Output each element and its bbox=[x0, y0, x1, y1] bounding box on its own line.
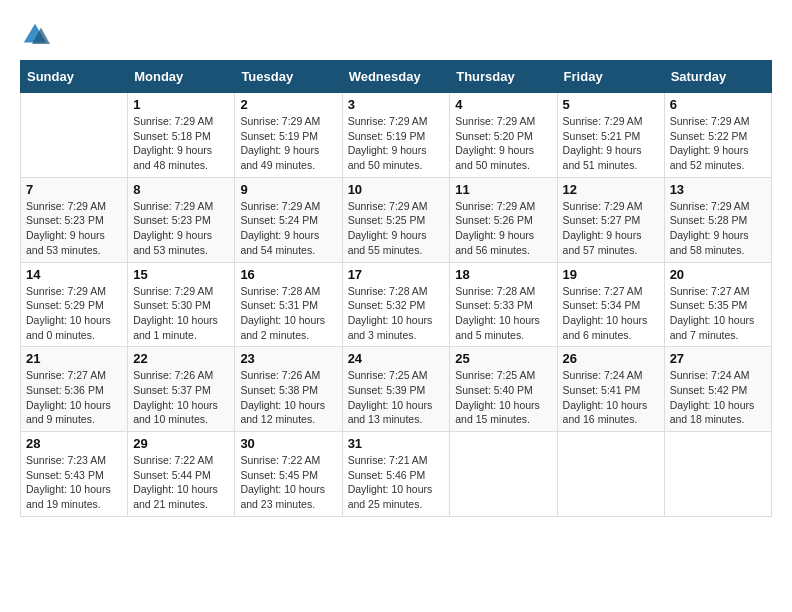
day-info: Sunrise: 7:21 AM Sunset: 5:46 PM Dayligh… bbox=[348, 453, 445, 512]
sunset: Sunset: 5:19 PM bbox=[348, 130, 426, 142]
calendar-cell: 16 Sunrise: 7:28 AM Sunset: 5:31 PM Dayl… bbox=[235, 262, 342, 347]
calendar-cell: 15 Sunrise: 7:29 AM Sunset: 5:30 PM Dayl… bbox=[128, 262, 235, 347]
calendar-cell: 29 Sunrise: 7:22 AM Sunset: 5:44 PM Dayl… bbox=[128, 432, 235, 517]
day-number: 23 bbox=[240, 351, 336, 366]
calendar-week-row: 1 Sunrise: 7:29 AM Sunset: 5:18 PM Dayli… bbox=[21, 93, 772, 178]
sunset: Sunset: 5:25 PM bbox=[348, 214, 426, 226]
day-info: Sunrise: 7:26 AM Sunset: 5:37 PM Dayligh… bbox=[133, 368, 229, 427]
day-number: 6 bbox=[670, 97, 766, 112]
daylight: Daylight: 10 hours and 5 minutes. bbox=[455, 314, 540, 341]
calendar-week-row: 14 Sunrise: 7:29 AM Sunset: 5:29 PM Dayl… bbox=[21, 262, 772, 347]
day-number: 15 bbox=[133, 267, 229, 282]
day-number: 16 bbox=[240, 267, 336, 282]
daylight: Daylight: 9 hours and 58 minutes. bbox=[670, 229, 749, 256]
calendar-cell: 27 Sunrise: 7:24 AM Sunset: 5:42 PM Dayl… bbox=[664, 347, 771, 432]
day-info: Sunrise: 7:27 AM Sunset: 5:36 PM Dayligh… bbox=[26, 368, 122, 427]
daylight: Daylight: 9 hours and 51 minutes. bbox=[563, 144, 642, 171]
daylight: Daylight: 10 hours and 2 minutes. bbox=[240, 314, 325, 341]
daylight: Daylight: 10 hours and 21 minutes. bbox=[133, 483, 218, 510]
day-info: Sunrise: 7:29 AM Sunset: 5:20 PM Dayligh… bbox=[455, 114, 551, 173]
sunrise: Sunrise: 7:29 AM bbox=[563, 115, 643, 127]
day-info: Sunrise: 7:25 AM Sunset: 5:39 PM Dayligh… bbox=[348, 368, 445, 427]
day-info: Sunrise: 7:28 AM Sunset: 5:32 PM Dayligh… bbox=[348, 284, 445, 343]
calendar-cell: 18 Sunrise: 7:28 AM Sunset: 5:33 PM Dayl… bbox=[450, 262, 557, 347]
day-number: 13 bbox=[670, 182, 766, 197]
day-info: Sunrise: 7:29 AM Sunset: 5:29 PM Dayligh… bbox=[26, 284, 122, 343]
daylight: Daylight: 9 hours and 53 minutes. bbox=[133, 229, 212, 256]
calendar-cell: 17 Sunrise: 7:28 AM Sunset: 5:32 PM Dayl… bbox=[342, 262, 450, 347]
sunrise: Sunrise: 7:29 AM bbox=[455, 200, 535, 212]
daylight: Daylight: 10 hours and 12 minutes. bbox=[240, 399, 325, 426]
daylight: Daylight: 10 hours and 19 minutes. bbox=[26, 483, 111, 510]
day-number: 17 bbox=[348, 267, 445, 282]
sunrise: Sunrise: 7:21 AM bbox=[348, 454, 428, 466]
day-number: 27 bbox=[670, 351, 766, 366]
sunrise: Sunrise: 7:25 AM bbox=[455, 369, 535, 381]
day-number: 24 bbox=[348, 351, 445, 366]
day-info: Sunrise: 7:22 AM Sunset: 5:45 PM Dayligh… bbox=[240, 453, 336, 512]
sunrise: Sunrise: 7:29 AM bbox=[455, 115, 535, 127]
day-info: Sunrise: 7:24 AM Sunset: 5:42 PM Dayligh… bbox=[670, 368, 766, 427]
sunrise: Sunrise: 7:29 AM bbox=[240, 200, 320, 212]
calendar-cell bbox=[557, 432, 664, 517]
daylight: Daylight: 10 hours and 3 minutes. bbox=[348, 314, 433, 341]
sunrise: Sunrise: 7:24 AM bbox=[670, 369, 750, 381]
daylight: Daylight: 10 hours and 25 minutes. bbox=[348, 483, 433, 510]
sunrise: Sunrise: 7:24 AM bbox=[563, 369, 643, 381]
calendar-week-row: 28 Sunrise: 7:23 AM Sunset: 5:43 PM Dayl… bbox=[21, 432, 772, 517]
calendar-cell: 5 Sunrise: 7:29 AM Sunset: 5:21 PM Dayli… bbox=[557, 93, 664, 178]
sunset: Sunset: 5:23 PM bbox=[26, 214, 104, 226]
calendar-cell: 7 Sunrise: 7:29 AM Sunset: 5:23 PM Dayli… bbox=[21, 177, 128, 262]
sunset: Sunset: 5:45 PM bbox=[240, 469, 318, 481]
sunset: Sunset: 5:29 PM bbox=[26, 299, 104, 311]
day-info: Sunrise: 7:29 AM Sunset: 5:25 PM Dayligh… bbox=[348, 199, 445, 258]
day-info: Sunrise: 7:27 AM Sunset: 5:35 PM Dayligh… bbox=[670, 284, 766, 343]
sunset: Sunset: 5:22 PM bbox=[670, 130, 748, 142]
day-number: 14 bbox=[26, 267, 122, 282]
day-info: Sunrise: 7:29 AM Sunset: 5:27 PM Dayligh… bbox=[563, 199, 659, 258]
logo bbox=[20, 20, 54, 50]
calendar-cell: 25 Sunrise: 7:25 AM Sunset: 5:40 PM Dayl… bbox=[450, 347, 557, 432]
sunset: Sunset: 5:39 PM bbox=[348, 384, 426, 396]
day-number: 28 bbox=[26, 436, 122, 451]
sunrise: Sunrise: 7:29 AM bbox=[348, 200, 428, 212]
calendar-cell: 4 Sunrise: 7:29 AM Sunset: 5:20 PM Dayli… bbox=[450, 93, 557, 178]
day-info: Sunrise: 7:28 AM Sunset: 5:31 PM Dayligh… bbox=[240, 284, 336, 343]
calendar-cell bbox=[450, 432, 557, 517]
daylight: Daylight: 9 hours and 55 minutes. bbox=[348, 229, 427, 256]
daylight: Daylight: 9 hours and 54 minutes. bbox=[240, 229, 319, 256]
sunrise: Sunrise: 7:27 AM bbox=[670, 285, 750, 297]
day-info: Sunrise: 7:24 AM Sunset: 5:41 PM Dayligh… bbox=[563, 368, 659, 427]
day-info: Sunrise: 7:29 AM Sunset: 5:30 PM Dayligh… bbox=[133, 284, 229, 343]
sunset: Sunset: 5:33 PM bbox=[455, 299, 533, 311]
sunrise: Sunrise: 7:22 AM bbox=[133, 454, 213, 466]
calendar-cell bbox=[21, 93, 128, 178]
calendar-cell: 6 Sunrise: 7:29 AM Sunset: 5:22 PM Dayli… bbox=[664, 93, 771, 178]
day-info: Sunrise: 7:28 AM Sunset: 5:33 PM Dayligh… bbox=[455, 284, 551, 343]
sunrise: Sunrise: 7:25 AM bbox=[348, 369, 428, 381]
day-info: Sunrise: 7:29 AM Sunset: 5:18 PM Dayligh… bbox=[133, 114, 229, 173]
calendar-cell: 22 Sunrise: 7:26 AM Sunset: 5:37 PM Dayl… bbox=[128, 347, 235, 432]
day-info: Sunrise: 7:29 AM Sunset: 5:19 PM Dayligh… bbox=[348, 114, 445, 173]
sunset: Sunset: 5:35 PM bbox=[670, 299, 748, 311]
day-info: Sunrise: 7:26 AM Sunset: 5:38 PM Dayligh… bbox=[240, 368, 336, 427]
calendar-cell: 3 Sunrise: 7:29 AM Sunset: 5:19 PM Dayli… bbox=[342, 93, 450, 178]
day-info: Sunrise: 7:22 AM Sunset: 5:44 PM Dayligh… bbox=[133, 453, 229, 512]
day-info: Sunrise: 7:29 AM Sunset: 5:24 PM Dayligh… bbox=[240, 199, 336, 258]
calendar-table: SundayMondayTuesdayWednesdayThursdayFrid… bbox=[20, 60, 772, 517]
day-number: 25 bbox=[455, 351, 551, 366]
day-number: 10 bbox=[348, 182, 445, 197]
daylight: Daylight: 9 hours and 48 minutes. bbox=[133, 144, 212, 171]
daylight: Daylight: 10 hours and 0 minutes. bbox=[26, 314, 111, 341]
day-number: 5 bbox=[563, 97, 659, 112]
daylight: Daylight: 9 hours and 49 minutes. bbox=[240, 144, 319, 171]
calendar-cell: 23 Sunrise: 7:26 AM Sunset: 5:38 PM Dayl… bbox=[235, 347, 342, 432]
day-number: 18 bbox=[455, 267, 551, 282]
sunrise: Sunrise: 7:29 AM bbox=[670, 115, 750, 127]
logo-icon bbox=[20, 20, 50, 50]
daylight: Daylight: 10 hours and 18 minutes. bbox=[670, 399, 755, 426]
daylight: Daylight: 10 hours and 23 minutes. bbox=[240, 483, 325, 510]
day-info: Sunrise: 7:23 AM Sunset: 5:43 PM Dayligh… bbox=[26, 453, 122, 512]
daylight: Daylight: 10 hours and 15 minutes. bbox=[455, 399, 540, 426]
weekday-header: Thursday bbox=[450, 61, 557, 93]
